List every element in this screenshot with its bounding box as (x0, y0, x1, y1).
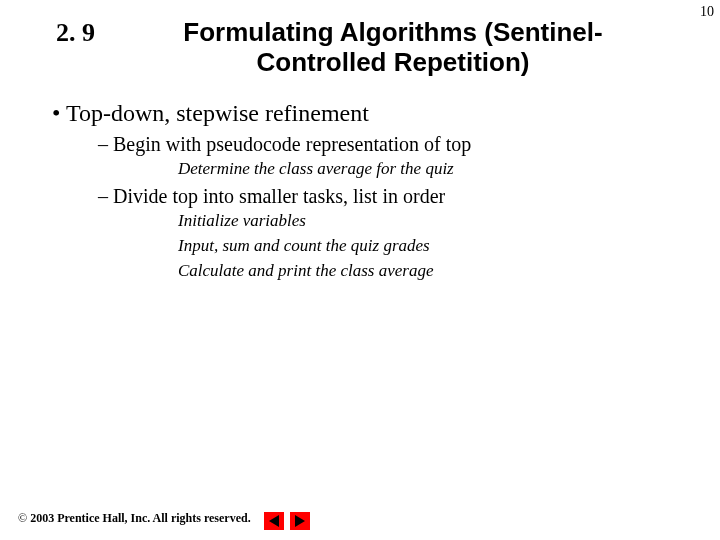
section-number: 2. 9 (56, 18, 156, 48)
next-icon (295, 515, 305, 527)
copyright-symbol: © (18, 511, 27, 526)
slide-heading: 2. 9 Formulating Algorithms (Sentinel- C… (0, 0, 720, 78)
footer-copyright: © 2003 Prentice Hall, Inc. All rights re… (18, 511, 251, 526)
copyright-text: 2003 Prentice Hall, Inc. All rights rese… (30, 511, 251, 526)
bullet-level-1: • Top-down, stepwise refinement (52, 100, 720, 127)
pseudocode-line: Determine the class average for the quiz (52, 158, 720, 181)
svg-marker-1 (295, 515, 305, 527)
bullet-level-2: – Begin with pseudocode representation o… (52, 133, 720, 156)
prev-icon (269, 515, 279, 527)
prev-button[interactable] (264, 512, 284, 530)
pseudocode-line: Input, sum and count the quiz grades (52, 235, 720, 258)
title-line-1: Formulating Algorithms (Sentinel- (183, 17, 602, 47)
slide-title: Formulating Algorithms (Sentinel- Contro… (156, 18, 630, 78)
pseudocode-line: Initialize variables (52, 210, 720, 233)
title-line-2: Controlled Repetition) (257, 47, 530, 77)
page-number: 10 (700, 4, 714, 20)
slide-body: • Top-down, stepwise refinement – Begin … (0, 78, 720, 283)
pseudocode-line: Calculate and print the class average (52, 260, 720, 283)
bullet-level-2: – Divide top into smaller tasks, list in… (52, 185, 720, 208)
svg-marker-0 (269, 515, 279, 527)
nav-buttons (264, 512, 310, 530)
next-button[interactable] (290, 512, 310, 530)
